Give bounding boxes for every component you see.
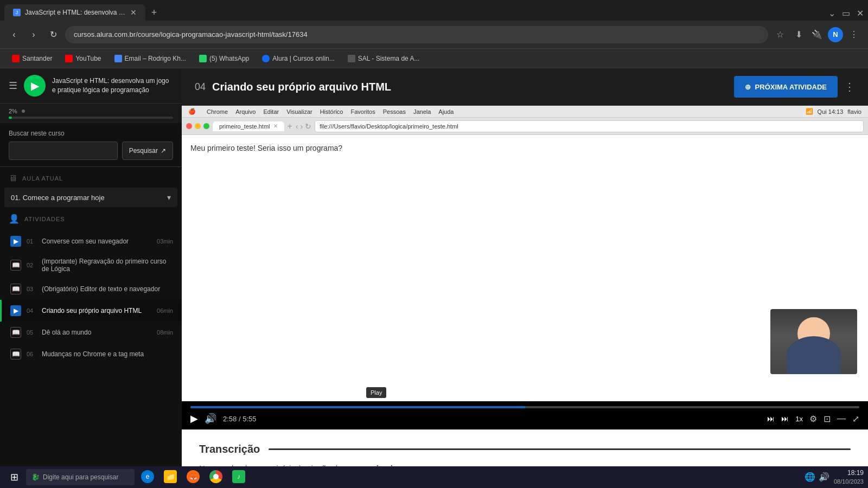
- bookmark-youtube[interactable]: YouTube: [60, 53, 106, 64]
- search-input[interactable]: [9, 142, 118, 160]
- activity-item-04[interactable]: ▶ 04 Criando seu próprio arquivo HTML 06…: [0, 300, 182, 322]
- search-button[interactable]: Pesquisar ↗: [122, 142, 173, 160]
- bookmark-star-icon[interactable]: ☆: [773, 27, 788, 42]
- video-area: 🍎 Chrome Arquivo Editar Visualizar Histó…: [182, 106, 868, 429]
- progress-fill: [9, 117, 12, 119]
- activity-list: ▶ 01 Converse com seu navegador 03min 📖 …: [0, 228, 182, 367]
- video-progress-played: [190, 406, 525, 408]
- next-activity-button[interactable]: ⊕ PRÓXIMA ATIVIDADE: [734, 76, 838, 98]
- tab-title: JavaScript e HTML: desenvolva u...: [25, 9, 126, 16]
- time-display: 2:58 / 5:55: [223, 415, 256, 423]
- close-icon[interactable]: ✕: [857, 8, 864, 18]
- mac-maximize-dot[interactable]: [203, 123, 209, 129]
- mac-minimize-dot[interactable]: [195, 123, 201, 129]
- activity-item-03[interactable]: 📖 03 (Obrigatório) Editor de texto e nav…: [0, 278, 182, 300]
- mac-menu-historico[interactable]: Histórico: [320, 108, 343, 115]
- fullscreen-small-icon[interactable]: ⊡: [824, 414, 831, 424]
- activity-item-06[interactable]: 📖 06 Mudanças no Chrome e a tag meta: [0, 343, 182, 365]
- taskbar-search[interactable]: 🐉 Digite aqui para pesquisar: [26, 469, 135, 485]
- volume-button[interactable]: 🔊: [205, 413, 216, 425]
- speaker-icon[interactable]: 🔊: [819, 472, 829, 482]
- aula-atual-icon: 🖥: [9, 174, 18, 183]
- bookmark-whatsapp[interactable]: (5) WhatsApp: [194, 53, 254, 64]
- body-shape: [787, 336, 841, 374]
- video-content: 🍎 Chrome Arquivo Editar Visualizar Histó…: [182, 106, 868, 401]
- book-icon-02: 📖: [10, 260, 21, 271]
- mac-refresh-icon[interactable]: ↻: [305, 122, 311, 131]
- mac-menu-visualizar[interactable]: Visualizar: [286, 108, 312, 115]
- search-section: Buscar neste curso Pesquisar ↗: [0, 123, 182, 167]
- tab-bar: J JavaScript e HTML: desenvolva u... ✕ +…: [0, 0, 868, 21]
- bookmark-email[interactable]: Email – Rodrigo Kh...: [109, 53, 192, 64]
- taskbar-app-explorer[interactable]: 📁: [159, 466, 181, 488]
- mac-back-icon[interactable]: ‹: [296, 122, 298, 131]
- extension-icon[interactable]: 🔌: [809, 27, 825, 42]
- instructor-webcam: [770, 309, 857, 374]
- play-pause-button[interactable]: ▶: [190, 413, 198, 425]
- more-options-icon[interactable]: ⋮: [844, 80, 855, 93]
- activity-num-04: 04: [27, 307, 36, 314]
- address-input[interactable]: [65, 26, 768, 43]
- restore-icon[interactable]: ▭: [842, 8, 850, 18]
- sidebar-toggle-button[interactable]: ☰: [9, 80, 17, 92]
- mac-menu-arquivo[interactable]: Arquivo: [235, 108, 256, 115]
- atividades-label: ATIVIDADES: [24, 216, 65, 222]
- settings-icon[interactable]: ⚙: [809, 414, 817, 424]
- more-icon[interactable]: ⋮: [846, 27, 861, 42]
- skip-forward-button[interactable]: ⏭: [767, 414, 775, 423]
- firefox-app-icon: 🦊: [187, 470, 200, 483]
- skip-forward-2-button[interactable]: ⏭: [781, 414, 789, 423]
- minimize-icon[interactable]: ⌄: [828, 8, 835, 18]
- new-tab-button[interactable]: +: [145, 4, 163, 21]
- refresh-button[interactable]: ↻: [46, 27, 61, 42]
- taskbar-app-chrome[interactable]: [205, 466, 227, 488]
- mac-address-bar[interactable]: file:///Users/flavio/Desktop/logica/prim…: [315, 120, 864, 132]
- mac-menu-editar[interactable]: Editar: [263, 108, 279, 115]
- system-icons: 🌐 🔊: [805, 472, 829, 482]
- taskbar-app-firefox[interactable]: 🦊: [182, 466, 204, 488]
- network-icon[interactable]: 🌐: [805, 472, 815, 482]
- mac-page-content: Meu primeiro teste! Seria isso um progra…: [182, 135, 868, 401]
- mac-menu-pessoas[interactable]: Pessoas: [383, 108, 406, 115]
- windows-start-button[interactable]: ⊞: [4, 467, 24, 487]
- atividades-icon: 👤: [9, 214, 20, 224]
- download-icon[interactable]: ⬇: [791, 27, 806, 42]
- mac-tab[interactable]: primeiro_teste.html ✕: [213, 121, 284, 131]
- forward-button[interactable]: ›: [26, 27, 41, 42]
- bookmark-alura[interactable]: Alura | Cursos onlin...: [257, 53, 340, 64]
- mac-tab-close[interactable]: ✕: [273, 123, 278, 129]
- fullscreen-icon[interactable]: ⤢: [852, 414, 859, 424]
- bookmark-santander[interactable]: Santander: [7, 53, 58, 64]
- activity-item-02[interactable]: 📖 02 (Importante) Regravação do primeiro…: [0, 252, 182, 278]
- back-button[interactable]: ‹: [7, 27, 22, 42]
- explorer-app-icon: 📁: [164, 470, 177, 483]
- module-header[interactable]: 01. Comece a programar hoje ▾: [4, 188, 177, 207]
- bookmark-sal[interactable]: SAL - Sistema de A...: [342, 53, 425, 64]
- browser-tab[interactable]: J JavaScript e HTML: desenvolva u... ✕: [4, 4, 145, 21]
- mac-menu-janela[interactable]: Janela: [413, 108, 431, 115]
- apple-icon: 🍎: [188, 108, 196, 115]
- youtube-icon: [65, 55, 73, 62]
- activity-item-05[interactable]: 📖 05 Dê olá ao mundo 08min: [0, 322, 182, 343]
- pip-icon[interactable]: —: [837, 414, 846, 423]
- taskbar-app-music[interactable]: ♪: [228, 466, 250, 488]
- activity-duration-01: 03min: [157, 238, 173, 245]
- activity-name-03: (Obrigatório) Editor de texto e navegado…: [42, 285, 168, 293]
- mac-menu-ajuda[interactable]: Ajuda: [438, 108, 454, 115]
- time-current: 2:58: [223, 415, 237, 423]
- mac-menu-chrome[interactable]: Chrome: [207, 108, 228, 115]
- mac-forward-icon[interactable]: ›: [301, 122, 303, 131]
- book-icon-05: 📖: [10, 327, 21, 338]
- mac-close-dot[interactable]: [186, 123, 192, 129]
- mac-menu-favoritos[interactable]: Favoritos: [350, 108, 375, 115]
- profile-button[interactable]: N: [828, 27, 843, 42]
- screen-simulation: 🍎 Chrome Arquivo Editar Visualizar Histó…: [182, 106, 868, 401]
- activity-num-03: 03: [27, 286, 36, 292]
- video-progress-track[interactable]: [190, 406, 859, 408]
- speed-button[interactable]: 1x: [795, 415, 803, 423]
- mac-menu-bar: 🍎 Chrome Arquivo Editar Visualizar Histó…: [182, 106, 868, 118]
- mac-new-tab-icon[interactable]: +: [288, 121, 292, 131]
- taskbar-app-edge[interactable]: e: [137, 466, 158, 488]
- tab-close-icon[interactable]: ✕: [130, 8, 137, 17]
- activity-item-01[interactable]: ▶ 01 Converse com seu navegador 03min: [0, 230, 182, 252]
